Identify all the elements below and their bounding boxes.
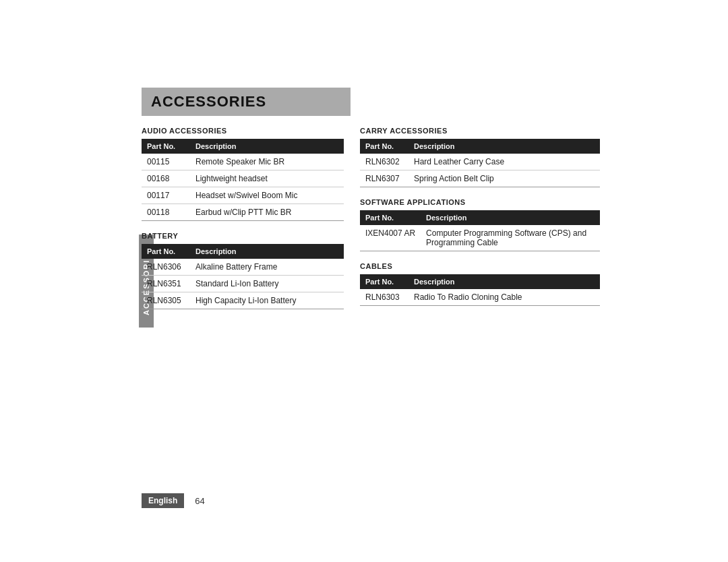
- table-row: RLN6307Spring Action Belt Clip: [360, 170, 600, 187]
- desc-cell: Spring Action Belt Clip: [408, 170, 600, 187]
- desc-cell: Earbud w/Clip PTT Mic BR: [190, 204, 344, 221]
- desc-cell: Remote Speaker Mic BR: [190, 154, 344, 170]
- table-row: RLN6305High Capacity Li-Ion Battery: [142, 292, 344, 309]
- part-no-cell: 00118: [142, 204, 190, 221]
- software-col-desc: Description: [421, 210, 600, 225]
- part-no-cell: RLN6307: [360, 170, 408, 187]
- right-column: Carry Accessories Part No. Description R…: [360, 127, 600, 320]
- table-row: RLN6351Standard Li-Ion Battery: [142, 276, 344, 292]
- part-no-cell: 00117: [142, 187, 190, 204]
- cables-table: Part No. Description RLN6303Radio To Rad…: [360, 274, 600, 306]
- part-no-cell: RLN6305: [142, 292, 190, 309]
- carry-col-part: Part No.: [360, 139, 408, 154]
- part-no-cell: 00168: [142, 170, 190, 187]
- battery-col-part: Part No.: [142, 244, 190, 259]
- carry-table: Part No. Description RLN6302Hard Leather…: [360, 139, 600, 187]
- table-row: RLN6306Alkaline Battery Frame: [142, 259, 344, 276]
- desc-cell: Computer Programming Software (CPS) and …: [421, 225, 600, 251]
- table-row: IXEN4007 ARComputer Programming Software…: [360, 225, 600, 251]
- software-table: Part No. Description IXEN4007 ARComputer…: [360, 210, 600, 251]
- part-no-cell: RLN6303: [360, 289, 408, 306]
- audio-col-part: Part No.: [142, 139, 190, 154]
- audio-table: Part No. Description 00115Remote Speaker…: [142, 139, 344, 221]
- cables-section-title: Cables: [360, 262, 600, 270]
- part-no-cell: RLN6306: [142, 259, 190, 276]
- audio-col-desc: Description: [190, 139, 344, 154]
- battery-section-title: Battery: [142, 232, 344, 240]
- desc-cell: Alkaline Battery Frame: [190, 259, 344, 276]
- page-title-box: Accessories: [142, 88, 351, 116]
- desc-cell: High Capacity Li-Ion Battery: [190, 292, 344, 309]
- language-badge: English: [142, 493, 184, 508]
- table-row: 00118Earbud w/Clip PTT Mic BR: [142, 204, 344, 221]
- cables-col-desc: Description: [408, 274, 600, 289]
- desc-cell: Radio To Radio Cloning Cable: [408, 289, 600, 306]
- desc-cell: Headset w/Swivel Boom Mic: [190, 187, 344, 204]
- desc-cell: Hard Leather Carry Case: [408, 154, 600, 170]
- carry-section-title: Carry Accessories: [360, 127, 600, 135]
- page-number: 64: [195, 496, 204, 506]
- table-row: 00117Headset w/Swivel Boom Mic: [142, 187, 344, 204]
- audio-section-title: Audio Accessories: [142, 127, 344, 135]
- content-area: Accessories Audio Accessories Part No. D…: [142, 88, 600, 320]
- part-no-cell: 00115: [142, 154, 190, 170]
- two-column-layout: Audio Accessories Part No. Description 0…: [142, 127, 600, 320]
- footer: English 64: [142, 493, 205, 508]
- table-row: RLN6302Hard Leather Carry Case: [360, 154, 600, 170]
- table-row: RLN6303Radio To Radio Cloning Cable: [360, 289, 600, 306]
- software-section-title: Software Applications: [360, 198, 600, 206]
- table-row: 00115Remote Speaker Mic BR: [142, 154, 344, 170]
- software-col-part: Part No.: [360, 210, 421, 225]
- cables-col-part: Part No.: [360, 274, 408, 289]
- carry-col-desc: Description: [408, 139, 600, 154]
- table-row: 00168Lightweight headset: [142, 170, 344, 187]
- part-no-cell: IXEN4007 AR: [360, 225, 421, 251]
- part-no-cell: RLN6302: [360, 154, 408, 170]
- battery-table: Part No. Description RLN6306Alkaline Bat…: [142, 244, 344, 309]
- page-title: Accessories: [151, 93, 341, 111]
- desc-cell: Lightweight headset: [190, 170, 344, 187]
- part-no-cell: RLN6351: [142, 276, 190, 292]
- left-column: Audio Accessories Part No. Description 0…: [142, 127, 344, 320]
- page-container: Accessories Accessories Audio Accessorie…: [0, 0, 728, 562]
- battery-col-desc: Description: [190, 244, 344, 259]
- desc-cell: Standard Li-Ion Battery: [190, 276, 344, 292]
